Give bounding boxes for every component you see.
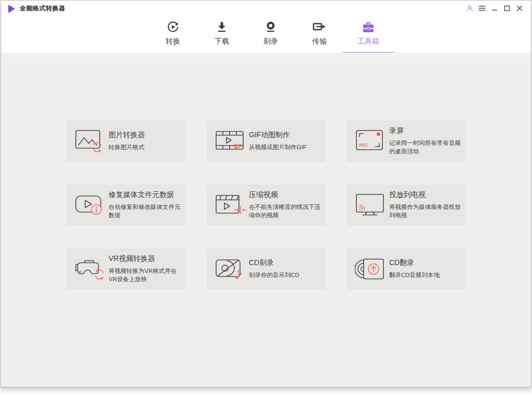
burn-icon [264,20,277,34]
tab-label: 工具箱 [357,37,379,46]
card-title: CD翻录 [389,258,461,268]
vr-converter-icon [73,256,109,283]
tab-label: 传输 [312,37,327,46]
tab-transfer[interactable]: 传输 [295,16,344,52]
gif-label: GIF [233,143,242,149]
toolbox-panel: 图片转换器 转换图片格式 [1,52,531,387]
toolbox-icon [362,20,375,34]
card-title: CD刻录 [249,258,321,268]
convert-icon [166,20,180,34]
gif-maker-icon: GIF [214,128,249,155]
card-vr-converter[interactable]: VR视频转换器 将视频转换为VR格式并在VR设备上放映 [66,248,185,290]
tool-card-grid: 图片转换器 转换图片格式 [66,121,466,290]
app-window: 全能格式转换器 [1,0,531,387]
user-icon [466,5,473,12]
image-converter-icon [73,128,109,155]
title-bar: 全能格式转换器 [1,1,531,16]
minimize-icon [491,5,498,11]
tab-download[interactable]: 下载 [197,16,246,52]
close-button[interactable] [513,2,526,15]
card-image-converter[interactable]: 图片转换器 转换图片格式 [66,121,185,162]
tab-convert[interactable]: 转换 [149,16,197,52]
cd-rip-icon [354,256,389,283]
cd-burn-icon [214,256,249,283]
maximize-button[interactable] [501,2,513,15]
screen-recorder-icon: REC [354,128,389,155]
card-title: 修复媒体文件元数据 [109,190,181,200]
card-gif-maker[interactable]: GIF GIF动图制作 从视频或图片制作GIF [207,121,325,162]
card-title: 投放到电视 [389,190,461,200]
card-title: VR视频转换器 [109,254,181,264]
card-screen-recorder[interactable]: REC 录屏 记录同一时间所有带有音频的桌面活动 [347,121,466,162]
app-title: 全能格式转换器 [20,4,65,13]
maximize-icon [504,5,510,11]
tab-label: 转换 [166,37,180,46]
card-fix-metadata[interactable]: 修复媒体文件元数据 自动修复和修改媒体文件元数据 [66,185,185,226]
compress-video-icon [214,192,249,219]
minimize-button[interactable] [488,2,501,15]
transfer-icon [312,20,327,34]
tab-burn[interactable]: 刻录 [246,16,295,52]
window-controls [463,2,526,15]
card-desc: 从视频或图片制作GIF [249,143,321,152]
menu-button[interactable] [476,2,488,15]
main-nav: 转换 下载 刻录 [1,16,531,53]
card-desc: 记录同一时间所有带有音频的桌面活动 [389,139,461,155]
fix-metadata-icon [73,192,109,219]
cast-to-tv-icon [354,192,389,219]
card-desc: 将视频作为媒体服务器投放到电视 [389,203,461,219]
card-cd-burn[interactable]: CD刻录 刻录你的音乐到CD [207,248,325,290]
app-logo-icon [8,5,15,13]
card-cd-rip[interactable]: CD翻录 翻录CD音频到本地 [347,248,466,290]
close-icon [516,5,523,11]
account-button[interactable] [463,2,476,15]
rec-label: REC [359,142,368,148]
card-title: 压缩视频 [249,190,321,200]
card-desc: 转换图片格式 [109,143,181,152]
card-desc: 翻录CD音频到本地 [389,271,461,280]
tab-label: 下载 [215,37,229,46]
card-title: GIF动图制作 [249,130,321,140]
card-title: 图片转换器 [109,130,181,140]
download-icon [215,20,229,34]
card-title: 录屏 [389,126,461,136]
tab-toolbox[interactable]: 工具箱 [344,16,393,52]
card-cast-to-tv[interactable]: 投放到电视 将视频作为媒体服务器投放到电视 [347,185,466,226]
card-desc: 自动修复和修改媒体文件元数据 [109,203,181,219]
hamburger-icon [478,5,486,11]
tab-label: 刻录 [263,37,278,46]
card-desc: 刻录你的音乐到CD [249,271,321,280]
card-desc: 将视频转换为VR格式并在VR设备上放映 [109,267,181,283]
card-compress-video[interactable]: 压缩视频 在不损失清晰度的情况下压缩你的视频 [207,185,325,226]
card-desc: 在不损失清晰度的情况下压缩你的视频 [249,203,321,219]
